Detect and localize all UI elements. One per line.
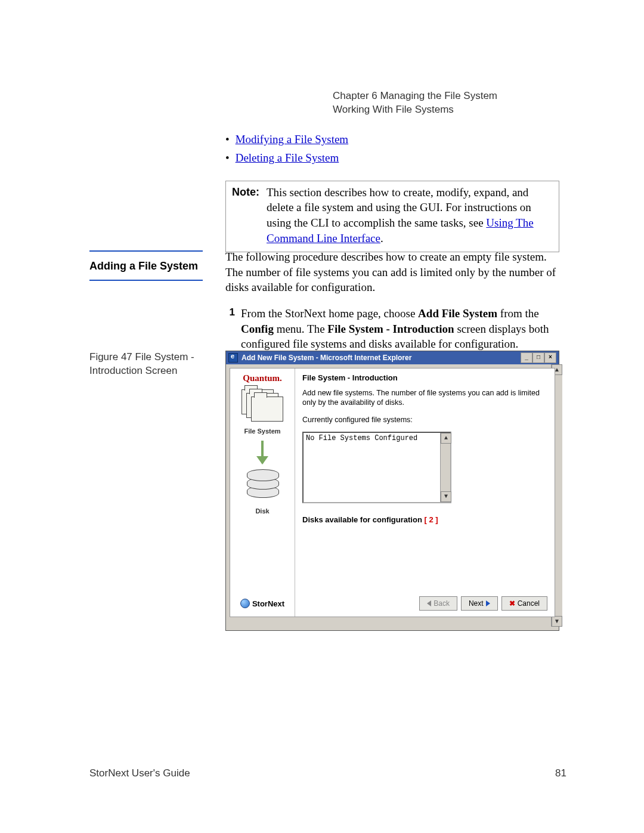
- window-controls: _ □ ×: [521, 352, 556, 363]
- toc-links: • Modifying a File System • Deleting a F…: [225, 130, 559, 168]
- scrollbar[interactable]: ▲ ▼: [440, 433, 450, 502]
- chapter-title: Chapter 6 Managing the File System: [333, 89, 497, 103]
- top-section: • Modifying a File System • Deleting a F…: [225, 130, 559, 252]
- disk-label: Disk: [255, 507, 269, 515]
- note-body: This section describes how to create, mo…: [267, 185, 553, 246]
- wizard-desc: Add new file systems. The number of file…: [302, 388, 547, 408]
- step-text: From the StorNext home page, choose Add …: [241, 306, 559, 352]
- stornext-text: StorNext: [252, 599, 284, 608]
- link-modify-fs[interactable]: Modifying a File System: [236, 130, 348, 148]
- wizard-subhead: Currently configured file systems:: [302, 415, 547, 425]
- window-title: Add New File System - Microsoft Internet…: [242, 354, 411, 362]
- folders-icon: [242, 389, 283, 425]
- cancel-button[interactable]: ✖ Cancel: [501, 596, 547, 611]
- rule-icon: [89, 250, 203, 252]
- back-button[interactable]: Back: [419, 596, 457, 611]
- globe-icon: [240, 599, 250, 608]
- footer-title: StorNext User's Guide: [89, 767, 190, 779]
- wizard-buttons: Back Next ✖ Cancel: [419, 596, 547, 611]
- close-button[interactable]: ×: [544, 352, 556, 363]
- link-delete-fs[interactable]: Deleting a File System: [236, 148, 339, 167]
- wizard-title: File System - Introduction: [302, 373, 547, 382]
- step-1: 1 From the StorNext home page, choose Ad…: [225, 306, 559, 352]
- note-text-end: .: [380, 232, 383, 244]
- titlebar: Add New File System - Microsoft Internet…: [226, 351, 559, 364]
- next-button[interactable]: Next: [461, 596, 498, 611]
- disks-count: [ 2 ]: [424, 515, 438, 524]
- scroll-down-icon[interactable]: ▼: [552, 616, 562, 627]
- figure-caption: Figure 47 File System - Introduction Scr…: [89, 351, 203, 378]
- list-item: No File Systems Configured: [306, 434, 417, 442]
- arrow-down-icon: [261, 441, 264, 463]
- bullet-icon: •: [225, 130, 230, 148]
- ie-icon: [228, 353, 238, 363]
- section-heading: Adding a File System: [89, 260, 203, 272]
- wizard-right-panel: File System - Introduction Add new file …: [295, 368, 555, 617]
- wizard-content: Quantum. File System Disk StorNext: [230, 368, 555, 617]
- disks-available-label: Disks available for configuration [ 2 ]: [302, 515, 547, 524]
- chevron-left-icon: [427, 600, 431, 606]
- fs-label: File System: [244, 428, 280, 435]
- page-header: Chapter 6 Managing the File System Worki…: [333, 89, 497, 117]
- quantum-logo: Quantum.: [243, 373, 281, 383]
- intro-text: The following procedure describes how to…: [225, 249, 559, 295]
- page-number: 81: [555, 767, 566, 779]
- minimize-button[interactable]: _: [521, 352, 532, 363]
- note-box: Note: This section describes how to crea…: [225, 181, 559, 253]
- rule-icon: [89, 280, 203, 281]
- section-body: The following procedure describes how to…: [225, 249, 559, 352]
- stornext-logo: StorNext: [240, 599, 284, 608]
- document-page: Chapter 6 Managing the File System Worki…: [0, 0, 644, 833]
- bullet-icon: •: [225, 148, 230, 167]
- scroll-down-icon[interactable]: ▼: [441, 491, 451, 502]
- chevron-right-icon: [486, 600, 490, 606]
- section-heading-wrap: Adding a File System: [89, 250, 203, 281]
- scroll-up-icon[interactable]: ▲: [441, 433, 451, 444]
- step-number: 1: [225, 306, 235, 352]
- wizard-left-panel: Quantum. File System Disk StorNext: [230, 368, 295, 617]
- note-label: Note:: [232, 185, 259, 246]
- section-title: Working With File Systems: [333, 103, 497, 117]
- close-icon: ✖: [509, 599, 515, 608]
- ie-window: Add New File System - Microsoft Internet…: [225, 351, 559, 631]
- disks-icon: [247, 469, 278, 505]
- page-footer: StorNext User's Guide 81: [89, 767, 566, 779]
- configured-fs-list[interactable]: No File Systems Configured ▲ ▼: [302, 432, 451, 503]
- maximize-button[interactable]: □: [532, 352, 544, 363]
